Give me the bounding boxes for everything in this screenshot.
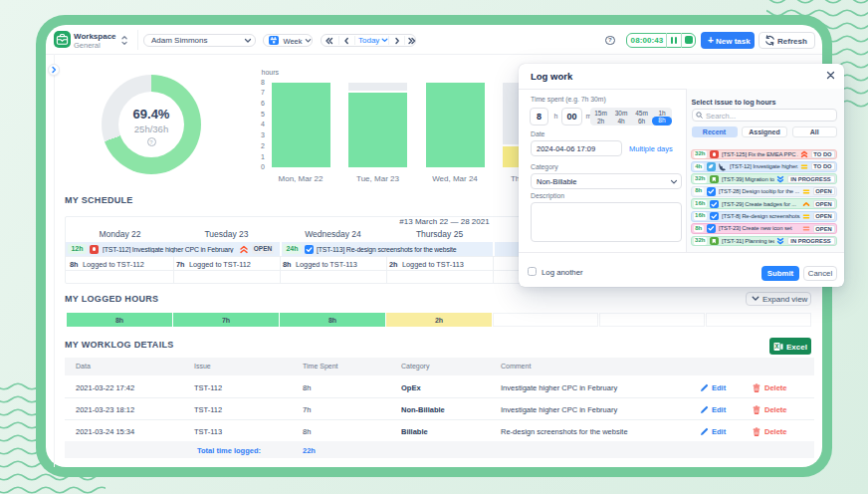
svg-text:X: X [774, 343, 779, 350]
